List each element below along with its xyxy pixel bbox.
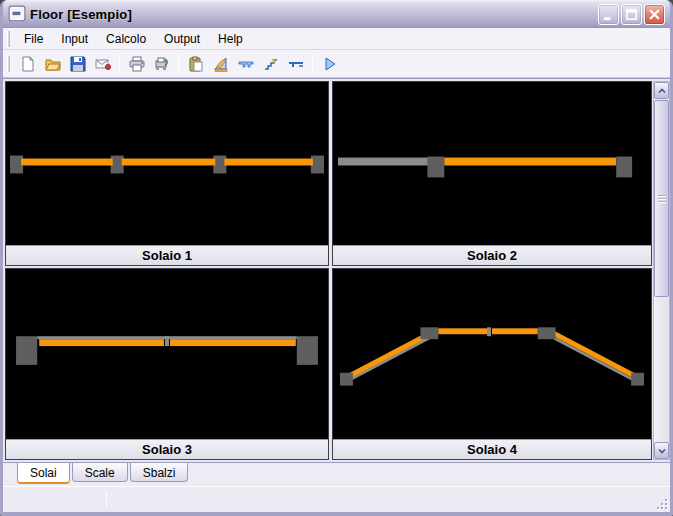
window-controls — [598, 4, 665, 25]
app-icon[interactable] — [8, 5, 26, 23]
new-button[interactable] — [16, 52, 39, 75]
beam-segment — [549, 335, 635, 380]
toolbar-separator — [178, 54, 179, 74]
scrollbar-track[interactable] — [654, 99, 669, 442]
menu-help[interactable]: Help — [209, 29, 252, 49]
minimize-icon — [601, 7, 616, 22]
new-document-icon — [20, 56, 36, 72]
tab-solai[interactable]: Solai — [17, 463, 70, 484]
printer-icon — [129, 56, 145, 72]
cantilever-button[interactable] — [284, 52, 307, 75]
support-block — [297, 336, 318, 365]
set-square-button[interactable] — [209, 52, 232, 75]
print-preview-icon — [154, 56, 170, 72]
resize-grip[interactable] — [655, 497, 668, 510]
maximize-button[interactable] — [621, 4, 642, 25]
panel-solaio-1[interactable]: Solaio 1 — [5, 81, 329, 266]
beam-segment — [224, 159, 313, 166]
support-block — [538, 327, 556, 339]
paste-icon — [188, 56, 204, 72]
run-button[interactable] — [318, 52, 341, 75]
support-block — [420, 327, 438, 339]
maximize-icon — [624, 7, 639, 22]
beam-segment — [492, 328, 538, 334]
menu-output[interactable]: Output — [155, 29, 209, 49]
menu-grip[interactable] — [7, 31, 10, 47]
print-preview-button[interactable] — [150, 52, 173, 75]
beam-segment — [338, 158, 429, 166]
close-icon — [647, 7, 662, 22]
panel-caption: Solaio 2 — [333, 245, 651, 265]
window-title: Floor [Esempio] — [30, 7, 598, 22]
panel-solaio-4[interactable]: Solaio 4 — [332, 268, 652, 460]
floor-beam-icon — [238, 56, 254, 72]
minimize-button[interactable] — [598, 4, 619, 25]
beam-segment — [39, 339, 164, 346]
menu-input[interactable]: Input — [52, 29, 97, 49]
support-block — [340, 373, 353, 386]
floor-diagram-solaio-2 — [333, 82, 651, 245]
beam-segment — [438, 328, 487, 334]
scrollbar-thumb-grip — [658, 195, 666, 203]
floor-beam-button[interactable] — [234, 52, 257, 75]
floor-diagram-solaio-3 — [6, 269, 328, 439]
floor-grid: Solaio 1 Solaio 2 Solaio 3 Solaio 4 — [5, 81, 652, 460]
set-square-icon — [213, 56, 229, 72]
stairs-icon — [263, 56, 279, 72]
title-bar[interactable]: Floor [Esempio] — [3, 0, 670, 28]
app-window: Floor [Esempio] File Input — [0, 0, 673, 516]
print-button[interactable] — [125, 52, 148, 75]
vertical-scrollbar — [653, 81, 670, 460]
beam-segment — [122, 159, 216, 166]
support-block — [427, 157, 444, 178]
toolbar — [3, 50, 670, 78]
support-block — [631, 373, 644, 386]
cantilever-icon — [288, 56, 304, 72]
chevron-down-icon — [656, 445, 668, 457]
panel-caption: Solaio 1 — [6, 245, 328, 265]
panel-solaio-2[interactable]: Solaio 2 — [332, 81, 652, 266]
open-folder-icon — [45, 56, 61, 72]
status-bar — [3, 486, 670, 512]
beam-segment — [346, 332, 432, 377]
toolbar-separator — [119, 54, 120, 74]
menu-file[interactable]: File — [15, 29, 52, 49]
scroll-down-button[interactable] — [654, 442, 669, 459]
floor-diagram-solaio-1 — [6, 82, 328, 245]
paste-button[interactable] — [184, 52, 207, 75]
beam-segment — [170, 339, 296, 346]
beam-segment — [552, 332, 638, 377]
beam-segment — [444, 158, 616, 166]
toolbar-grip[interactable] — [7, 56, 10, 72]
mail-icon — [95, 56, 111, 72]
tab-bar: Solai Scale Sbalzi — [3, 462, 670, 486]
status-bar-separator — [106, 492, 107, 507]
panel-caption: Solaio 4 — [333, 439, 651, 459]
close-button[interactable] — [644, 4, 665, 25]
tab-sbalzi[interactable]: Sbalzi — [130, 463, 189, 482]
client-area: Solaio 1 Solaio 2 Solaio 3 Solaio 4 — [3, 78, 670, 462]
beam-segment — [21, 159, 113, 166]
tab-scale[interactable]: Scale — [72, 463, 128, 482]
beam-segment — [487, 327, 491, 336]
chevron-up-icon — [656, 85, 668, 97]
menu-bar: File Input Calcolo Output Help — [3, 28, 670, 50]
beam-segment — [350, 334, 436, 379]
app-window-icon — [8, 5, 26, 23]
send-mail-button[interactable] — [91, 52, 114, 75]
panel-solaio-3[interactable]: Solaio 3 — [5, 268, 329, 460]
scrollbar-thumb[interactable] — [654, 100, 669, 297]
floor-diagram-solaio-4 — [333, 269, 651, 439]
support-block — [616, 157, 632, 178]
save-icon — [70, 56, 86, 72]
run-icon — [322, 56, 338, 72]
support-block — [16, 336, 37, 365]
menu-calcolo[interactable]: Calcolo — [97, 29, 155, 49]
scroll-up-button[interactable] — [654, 82, 669, 99]
open-button[interactable] — [41, 52, 64, 75]
toolbar-separator — [312, 54, 313, 74]
stairs-button[interactable] — [259, 52, 282, 75]
save-button[interactable] — [66, 52, 89, 75]
beam-segment — [165, 336, 169, 346]
panel-caption: Solaio 3 — [6, 439, 328, 459]
